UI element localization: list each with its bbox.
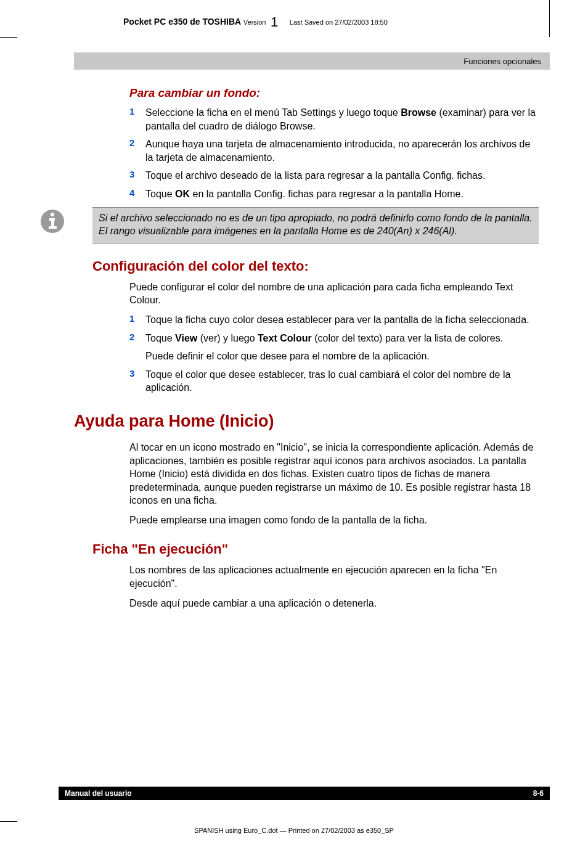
footer-print-info: SPANISH using Euro_C.dot — Printed on 27… xyxy=(0,827,588,834)
list-number: 3 xyxy=(129,368,145,395)
list-text: Toque el archivo deseado de la lista par… xyxy=(145,169,485,182)
last-saved: Last Saved on 27/02/2003 18:50 xyxy=(290,18,388,26)
list-text: Toque el color que desee establecer, tra… xyxy=(145,368,539,395)
list-number: 1 xyxy=(129,313,145,327)
list-number: 4 xyxy=(129,187,145,201)
list-number: 3 xyxy=(129,169,145,182)
list-item: 3 Toque el archivo deseado de la lista p… xyxy=(129,169,539,182)
list-text: Toque la ficha cuyo color desea establec… xyxy=(145,313,529,327)
intro-paragraph: Puede configurar el color del nombre de … xyxy=(129,280,539,307)
paragraph: Los nombres de las aplicaciones actualme… xyxy=(129,563,539,590)
crop-mark xyxy=(0,821,17,822)
paragraph: Puede emplearse una imagen como fondo de… xyxy=(129,514,539,527)
list-text: Toque OK en la pantalla Config. fichas p… xyxy=(145,187,463,201)
list-item: 2 Aunque haya una tarjeta de almacenamie… xyxy=(129,137,539,164)
heading-para-cambiar: Para cambiar un fondo: xyxy=(129,86,539,100)
footer-left: Manual del usuario xyxy=(65,789,132,798)
list-item: 4 Toque OK en la pantalla Config. fichas… xyxy=(129,187,539,201)
crop-mark xyxy=(549,0,550,37)
paragraph: Al tocar en un icono mostrado en "Inicio… xyxy=(129,441,539,507)
list-item: 3 Toque el color que desee establecer, t… xyxy=(129,368,539,395)
list-item: 1 Seleccione la ficha en el menú Tab Set… xyxy=(129,106,539,133)
page-number: 8-6 xyxy=(533,789,544,798)
paragraph: Desde aquí puede cambiar a una aplicació… xyxy=(129,597,539,610)
list-number: 2 xyxy=(129,137,145,164)
list-number: 2 xyxy=(129,332,145,345)
heading-ayuda-home: Ayuda para Home (Inicio) xyxy=(74,412,539,431)
note-block: Si el archivo seleccionado no es de un t… xyxy=(74,207,539,244)
note-text: Si el archivo seleccionado no es de un t… xyxy=(92,207,539,244)
crop-mark xyxy=(0,37,17,38)
version-number: 1 xyxy=(268,14,280,30)
banner-text: Funciones opcionales xyxy=(463,57,541,66)
version-label: Version xyxy=(243,18,266,26)
list-text: Toque View (ver) y luego Text Colour (co… xyxy=(145,332,503,345)
list-subtext: Puede definir el color que desee para el… xyxy=(145,350,539,363)
svg-rect-4 xyxy=(49,226,57,229)
info-icon xyxy=(39,208,65,234)
list-text: Aunque haya una tarjeta de almacenamient… xyxy=(145,137,539,164)
list-item: 1 Toque la ficha cuyo color desea establ… xyxy=(129,313,539,327)
footer-bar: Manual del usuario 8-6 xyxy=(59,787,550,800)
heading-ficha-ejecucion: Ficha "En ejecución" xyxy=(92,541,539,557)
svg-rect-3 xyxy=(51,218,54,227)
page: Pocket PC e350 de TOSHIBA Version 1 Last… xyxy=(0,0,588,868)
list-text: Seleccione la ficha en el menú Tab Setti… xyxy=(145,106,539,133)
list-item: 2 Toque View (ver) y luego Text Colour (… xyxy=(129,332,539,345)
ordered-list-2: 1 Toque la ficha cuyo color desea establ… xyxy=(129,313,539,395)
doc-title: Pocket PC e350 de TOSHIBA xyxy=(123,17,241,27)
section-banner: Funciones opcionales xyxy=(74,52,550,70)
running-header: Pocket PC e350 de TOSHIBA Version 1 Last… xyxy=(123,12,526,28)
ordered-list-1: 1 Seleccione la ficha en el menú Tab Set… xyxy=(129,106,539,201)
svg-point-1 xyxy=(51,212,54,216)
list-number: 1 xyxy=(129,106,145,133)
heading-config-color: Configuración del color del texto: xyxy=(92,258,539,274)
content-area: Para cambiar un fondo: 1 Seleccione la f… xyxy=(74,86,539,616)
